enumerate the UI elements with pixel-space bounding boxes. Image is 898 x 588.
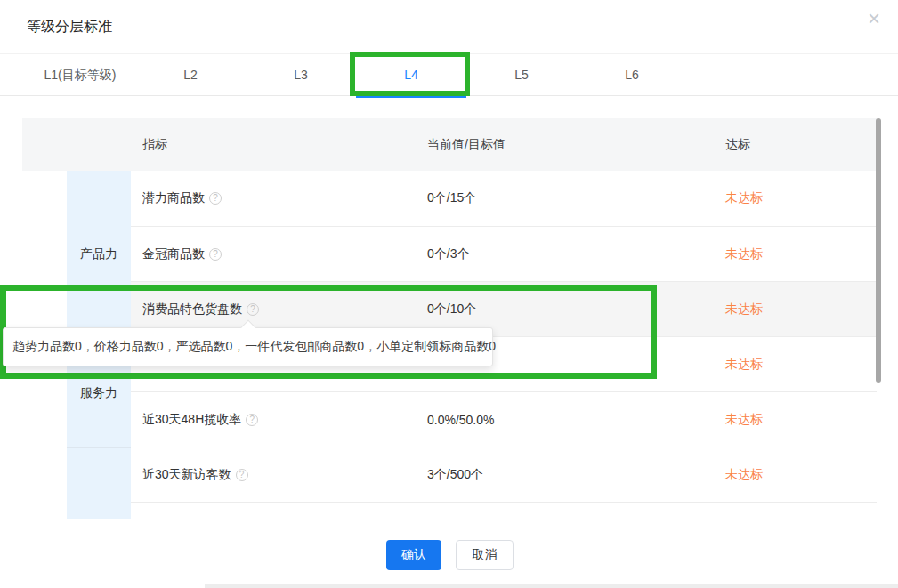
level-standard-dialog: 等级分层标准 × L1(目标等级) L2 L3 L4 L5 L6 指标 当前值/… <box>0 0 898 588</box>
value-cell: 0个/3个 <box>427 227 469 281</box>
indicator-label: 潜力商品数 <box>142 190 205 206</box>
column-header-indicator: 指标 <box>142 118 167 171</box>
tab-l2[interactable]: L2 <box>135 54 246 96</box>
indicator-label: 近30天48H揽收率 <box>142 412 241 428</box>
status-badge: 未达标 <box>725 227 763 281</box>
status-badge: 未达标 <box>725 282 763 336</box>
value-cell: 0.0%/50.0% <box>427 392 495 447</box>
confirm-button[interactable]: 确认 <box>386 540 441 570</box>
indicator-cell: 近30天新访客数 ? <box>142 447 248 502</box>
indicator-cell: 金冠商品数 ? <box>142 227 222 281</box>
row-group-extra <box>67 447 131 519</box>
table-row: 金冠商品数 ? 0个/3个 未达标 <box>131 227 877 282</box>
help-icon[interactable]: ? <box>209 248 222 261</box>
bottom-edge-divider <box>205 584 898 588</box>
table-row: 潜力商品数 ? 0个/15个 未达标 <box>131 171 877 227</box>
help-icon[interactable]: ? <box>246 414 258 426</box>
table-header: 指标 当前值/目标值 达标 <box>22 118 877 171</box>
tab-l6[interactable]: L6 <box>577 54 687 96</box>
indicator-label: 金冠商品数 <box>142 246 205 262</box>
status-badge: 未达标 <box>725 171 763 226</box>
vertical-scrollbar-thumb[interactable] <box>876 118 881 383</box>
page-title: 等级分层标准 <box>27 18 112 36</box>
status-badge: 未达标 <box>725 447 763 502</box>
value-cell: 3个/500个 <box>427 447 483 502</box>
close-icon[interactable]: × <box>862 7 886 30</box>
value-cell: 0个/15个 <box>427 171 476 226</box>
tab-l1[interactable]: L1(目标等级) <box>25 54 135 96</box>
cancel-button[interactable]: 取消 <box>456 540 514 570</box>
tab-l3[interactable]: L3 <box>246 54 356 96</box>
help-icon[interactable]: ? <box>209 192 222 205</box>
indicator-cell: 近30天48H揽收率 ? <box>142 392 258 447</box>
status-badge: 未达标 <box>725 392 763 447</box>
table-row: 近30天48H揽收率 ? 0.0%/50.0% 未达标 <box>131 392 877 447</box>
indicator-label: 近30天新访客数 <box>142 467 231 483</box>
help-icon[interactable]: ? <box>236 469 248 481</box>
status-badge: 未达标 <box>725 337 763 391</box>
indicator-cell: 潜力商品数 ? <box>142 171 222 226</box>
column-header-status: 达标 <box>725 118 750 171</box>
column-header-value: 当前值/目标值 <box>427 118 506 171</box>
table-row: 近30天新访客数 ? 3个/500个 未达标 <box>131 447 877 503</box>
highlight-box-tab-l4 <box>350 52 470 96</box>
tab-l5[interactable]: L5 <box>466 54 577 96</box>
